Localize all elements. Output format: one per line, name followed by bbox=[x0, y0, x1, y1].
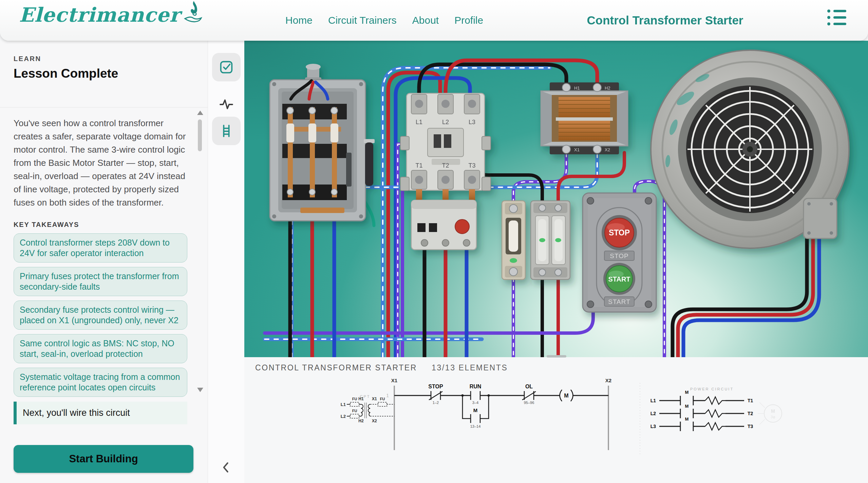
cpt-l2: L2 bbox=[341, 414, 346, 419]
takeaway-card: Same control logic as BMS: NC stop, NO s… bbox=[14, 334, 187, 363]
transformer-label-x2: X2 bbox=[605, 147, 610, 152]
power-circuit-label: POWER CIRCUIT bbox=[690, 387, 734, 391]
ladder-schematic: X1 X2 1 CPT L1 L2 FU FU H1 H2 bbox=[335, 376, 831, 464]
contactor-label-t3: T3 bbox=[468, 162, 475, 169]
power-m3: M bbox=[685, 417, 689, 422]
cpt-h2: H2 bbox=[358, 419, 364, 423]
cpt-fu3: FU bbox=[380, 397, 385, 401]
lesson-sidebar: LEARN Lesson Complete You've seen how a … bbox=[0, 41, 208, 483]
rung-number: 1 bbox=[386, 393, 389, 398]
power-t3: T3 bbox=[748, 424, 753, 429]
ladder-icon bbox=[219, 123, 234, 139]
takeaways-heading: KEY TAKEAWAYS bbox=[14, 221, 187, 229]
lesson-title: Lesson Complete bbox=[14, 66, 118, 81]
ol-contact-label: OL bbox=[525, 384, 533, 389]
activity-pulse-icon bbox=[218, 96, 234, 113]
stop-nameplate: STOP bbox=[610, 252, 628, 259]
power-m2: M bbox=[685, 404, 689, 409]
primary-fuse-holder[interactable] bbox=[531, 201, 570, 279]
power-l2: L2 bbox=[650, 411, 656, 416]
takeaway-card: Secondary fuse protects control wiring —… bbox=[14, 301, 187, 330]
stop-terminals: 1–2 bbox=[433, 401, 439, 405]
power-l1: L1 bbox=[650, 398, 656, 403]
schematic-panel: CONTROL TRANSFORMER STARTER 13/13 ELEMEN… bbox=[244, 357, 868, 483]
run-contact-label: RUN bbox=[470, 384, 482, 389]
next-step-callout: Next, you'll wire this circuit bbox=[14, 402, 187, 424]
cpt-fu2: FU bbox=[352, 409, 357, 413]
wiring-canvas[interactable]: L1 L3 bbox=[244, 41, 868, 357]
check-square-icon bbox=[219, 59, 234, 75]
takeaway-card: Control transformer steps 208V down to 2… bbox=[14, 233, 187, 263]
page-title: Control Transformer Starter bbox=[587, 0, 743, 41]
stop-contact-label: STOP bbox=[428, 384, 443, 389]
cpt-l1: L1 bbox=[341, 402, 346, 407]
motor-symbol-phase: 3φ bbox=[771, 415, 775, 419]
flame-hand-icon bbox=[182, 0, 204, 25]
contactor[interactable]: L1 L2 L3 T1 T2 T3 bbox=[400, 93, 491, 203]
stop-contact bbox=[429, 391, 442, 400]
scroll-up-arrow[interactable] bbox=[197, 111, 203, 115]
ol-terminals: 95–96 bbox=[524, 401, 534, 405]
power-m1: M bbox=[685, 390, 689, 395]
contactor-label-l2: L2 bbox=[442, 119, 449, 125]
power-l3: L3 bbox=[650, 424, 656, 429]
sidebar-scrollbar[interactable] bbox=[196, 108, 204, 442]
nav-circuit-trainers[interactable]: Circuit Trainers bbox=[328, 15, 397, 26]
cpt-subcircuit: CPT L1 L2 FU FU H1 H2 X1 X2 bbox=[341, 394, 394, 423]
circuit-name: CONTROL TRANSFORMER STARTER bbox=[255, 363, 417, 372]
panel-drag-handle[interactable] bbox=[547, 355, 566, 358]
rail-x2-label: X2 bbox=[605, 378, 611, 383]
list-menu-icon[interactable] bbox=[827, 9, 846, 31]
cpt-fu1: FU bbox=[352, 397, 357, 401]
takeaway-card: Systematic voltage tracing from a common… bbox=[14, 368, 187, 397]
transformer-label-x1: X1 bbox=[574, 147, 580, 152]
overload-relay[interactable] bbox=[411, 200, 476, 250]
contactor-label-l1: L1 bbox=[416, 119, 422, 125]
tool-rail bbox=[208, 41, 244, 483]
run-contact bbox=[471, 391, 480, 400]
start-button-label: START bbox=[608, 275, 630, 283]
cpt-h1: H1 bbox=[358, 397, 364, 401]
collapse-sidebar-chevron[interactable] bbox=[217, 458, 236, 477]
lesson-scroll-area[interactable]: You've seen how a control transformer cr… bbox=[14, 108, 187, 442]
waveform-tool-button[interactable] bbox=[212, 90, 241, 119]
sidebar-divider bbox=[0, 107, 208, 108]
seal-terminals: 13–14 bbox=[470, 424, 481, 428]
power-circuit: POWER CIRCUIT L1 L2 L3 M bbox=[650, 387, 782, 431]
motor-fan[interactable] bbox=[651, 50, 849, 248]
coil-label: M bbox=[564, 393, 568, 399]
scrollbar-thumb[interactable] bbox=[198, 119, 202, 151]
ladder-diagram-tool-button[interactable] bbox=[212, 117, 241, 145]
run-terminals: 3–4 bbox=[472, 401, 478, 405]
elements-count: 13/13 ELEMENTS bbox=[432, 363, 508, 372]
nav-about[interactable]: About bbox=[412, 15, 439, 26]
rail-x1-label: X1 bbox=[391, 378, 397, 383]
chevron-left-icon bbox=[219, 460, 234, 475]
lesson-paragraph: You've seen how a control transformer cr… bbox=[14, 117, 187, 209]
motor-symbol-faint: M 3φ bbox=[758, 402, 782, 425]
lesson-check-tool-button[interactable] bbox=[212, 53, 241, 81]
scroll-down-arrow[interactable] bbox=[197, 388, 203, 392]
control-transformer[interactable]: H1 H2 X1 X2 bbox=[541, 82, 628, 154]
seal-contact-label: M bbox=[473, 407, 478, 413]
power-t2: T2 bbox=[748, 411, 753, 416]
contactor-label-t2: T2 bbox=[442, 162, 449, 169]
nav-home[interactable]: Home bbox=[285, 15, 313, 26]
cpt-x1: X1 bbox=[372, 397, 377, 401]
contactor-label-l3: L3 bbox=[469, 119, 475, 125]
overload-dial[interactable] bbox=[455, 219, 469, 234]
app-header: Electrimancer Home Circuit Trainers Abou… bbox=[0, 0, 868, 41]
transformer-label-h2: H2 bbox=[605, 85, 610, 91]
cpt-x2: X2 bbox=[372, 419, 377, 423]
section-eyebrow: LEARN bbox=[14, 55, 41, 63]
logo-text: Electrimancer bbox=[19, 3, 180, 26]
start-building-button[interactable]: Start Building bbox=[14, 445, 193, 473]
disconnect-handle[interactable] bbox=[365, 142, 373, 186]
status-bar: CONTROL TRANSFORMER STARTER 13/13 ELEMEN… bbox=[255, 363, 508, 372]
app-logo[interactable]: Electrimancer bbox=[19, 3, 204, 26]
secondary-fuse-holder[interactable] bbox=[502, 201, 525, 279]
disconnect-switch[interactable]: L1 L3 bbox=[270, 64, 375, 221]
pushbutton-station[interactable]: STOP STOP START START bbox=[583, 193, 656, 312]
nav-profile[interactable]: Profile bbox=[454, 15, 483, 26]
transformer-label-h1: H1 bbox=[574, 85, 580, 91]
